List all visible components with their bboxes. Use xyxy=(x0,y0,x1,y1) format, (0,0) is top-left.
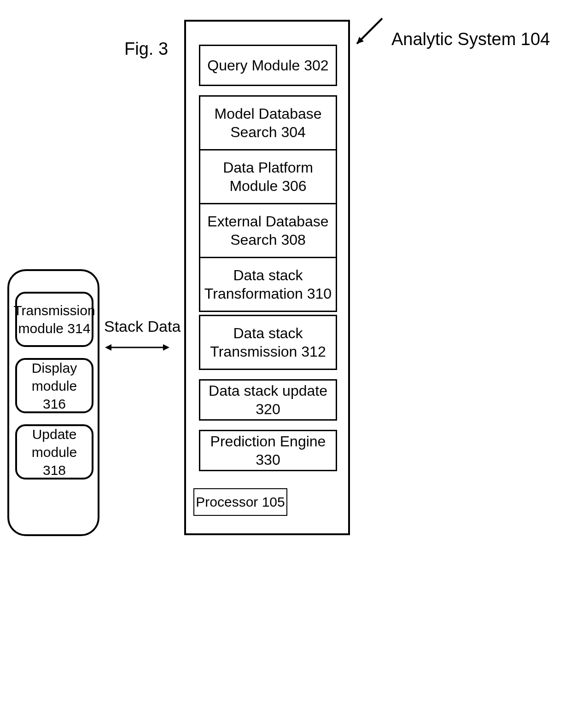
analytic-system-label: Analytic System 104 xyxy=(391,28,550,51)
analytic-system-module-stack: Query Module 302 Model Database Search 3… xyxy=(199,45,337,471)
module-transmission: Transmission module 314 xyxy=(15,292,93,347)
double-arrow-icon xyxy=(105,341,169,354)
module-display: Display module 316 xyxy=(15,358,93,413)
module-prediction-engine: Prediction Engine 330 xyxy=(199,430,337,471)
module-model-database-search: Model Database Search 304 xyxy=(199,95,337,150)
svg-marker-4 xyxy=(163,344,169,351)
diagram-canvas: Fig. 3 Analytic System 104 Query Module … xyxy=(0,0,571,728)
module-data-stack-transformation: Data stack Transformation 310 xyxy=(199,257,337,312)
analytic-system-box: Query Module 302 Model Database Search 3… xyxy=(184,20,350,535)
client-device-module-stack: Transmission module 314 Display module 3… xyxy=(15,292,93,480)
module-query: Query Module 302 xyxy=(199,45,337,86)
figure-label: Fig. 3 xyxy=(124,39,168,59)
svg-marker-3 xyxy=(105,344,111,351)
stack-data-label: Stack Data xyxy=(104,318,181,335)
module-data-stack-update: Data stack update 320 xyxy=(199,379,337,421)
module-data-stack-transmission: Data stack Transmission 312 xyxy=(199,315,337,370)
module-data-platform: Data Platform Module 306 xyxy=(199,149,337,204)
module-external-database-search: External Database Search 308 xyxy=(199,203,337,258)
processor-box: Processor 105 xyxy=(193,488,287,516)
callout-arrow-icon xyxy=(350,14,387,51)
client-device-box: Transmission module 314 Display module 3… xyxy=(7,269,99,536)
module-update: Update module 318 xyxy=(15,424,93,480)
